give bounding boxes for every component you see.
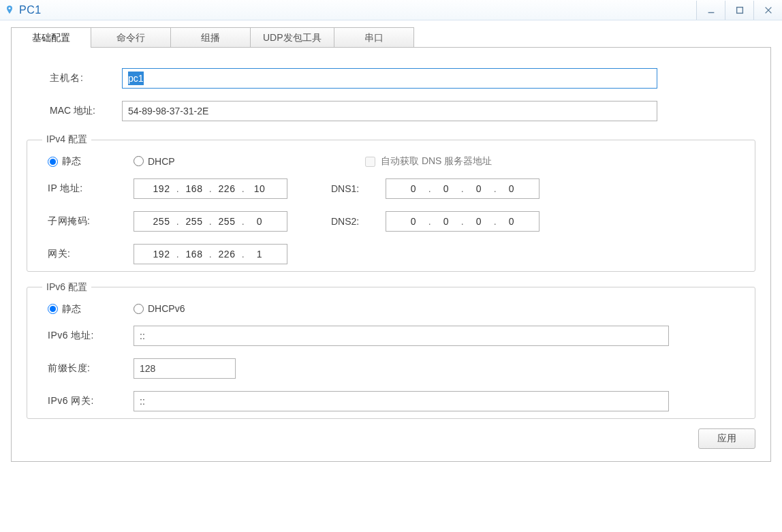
- ipv6-prefix-label: 前缀长度:: [38, 362, 134, 375]
- dns1-label: DNS1:: [304, 183, 386, 194]
- apply-button[interactable]: 应用: [698, 428, 755, 449]
- svg-point-0: [9, 7, 11, 9]
- ipv6-prefix-input[interactable]: [134, 358, 236, 379]
- dns1-input[interactable]: 0. 0. 0. 0: [386, 178, 539, 199]
- ipv4-radio-static[interactable]: 静态: [48, 155, 81, 168]
- tab-bar: 基础配置 命令行 组播 UDP发包工具 串口: [11, 27, 771, 48]
- ipv4-radio-dhcp[interactable]: DHCP: [134, 156, 175, 167]
- mac-input[interactable]: [122, 101, 657, 121]
- tab-serial[interactable]: 串口: [334, 27, 414, 48]
- ipv6-legend: IPv6 配置: [42, 281, 91, 294]
- maximize-button[interactable]: [725, 1, 753, 20]
- mac-label: MAC 地址:: [27, 105, 122, 117]
- gw-label: 网关:: [38, 248, 134, 260]
- tab-basic-config[interactable]: 基础配置: [11, 27, 91, 48]
- app-icon: [4, 5, 15, 16]
- hostname-input[interactable]: pc1: [122, 68, 657, 89]
- close-button[interactable]: [753, 1, 782, 20]
- svg-rect-2: [736, 7, 742, 13]
- ipv6-addr-input[interactable]: [134, 326, 669, 346]
- window-title: PC1: [19, 4, 42, 16]
- dns2-label: DNS2:: [304, 216, 386, 227]
- config-panel: 主机名: pc1 MAC 地址: IPv4 配置 静态: [11, 47, 771, 462]
- mask-label: 子网掩码:: [38, 215, 134, 228]
- titlebar: PC1: [0, 0, 782, 20]
- tab-cli[interactable]: 命令行: [91, 27, 171, 48]
- dns2-input[interactable]: 0. 0. 0. 0: [386, 211, 539, 232]
- minimize-button[interactable]: [696, 1, 725, 20]
- ipv4-legend: IPv4 配置: [42, 134, 91, 146]
- hostname-label: 主机名:: [27, 72, 122, 84]
- ipv6-radio-dhcp[interactable]: DHCPv6: [134, 303, 185, 314]
- ipv6-group: IPv6 配置 静态 DHCPv6 IPv6 地址:: [27, 281, 755, 420]
- ipv4-group: IPv4 配置 静态 DHCP 自: [27, 134, 755, 272]
- ip-input[interactable]: 192. 168. 226. 10: [134, 178, 287, 199]
- gw-input[interactable]: 192. 168. 226. 1: [134, 244, 287, 264]
- mask-input[interactable]: 255. 255. 255. 0: [134, 211, 287, 232]
- tab-udp-tool[interactable]: UDP发包工具: [250, 27, 334, 48]
- ipv4-auto-dns-checkbox[interactable]: 自动获取 DNS 服务器地址: [365, 155, 492, 168]
- ipv6-radio-static[interactable]: 静态: [48, 303, 81, 315]
- ipv6-addr-label: IPv6 地址:: [38, 330, 134, 342]
- tab-multicast[interactable]: 组播: [170, 27, 251, 48]
- ipv6-gw-input[interactable]: [134, 391, 669, 411]
- ipv6-gw-label: IPv6 网关:: [38, 395, 134, 407]
- ip-label: IP 地址:: [38, 183, 134, 195]
